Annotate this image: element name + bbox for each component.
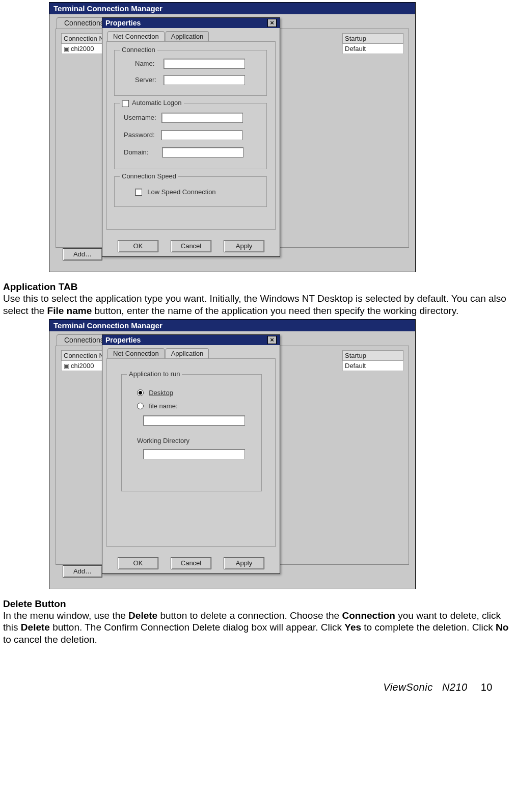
- password-label: Password:: [124, 131, 155, 139]
- working-directory-label: Working Directory: [137, 437, 189, 444]
- heading-delete-button: Delete Button: [3, 598, 512, 610]
- body-application-tab: Use this to select the application type …: [3, 293, 512, 317]
- name-input[interactable]: [164, 59, 245, 69]
- filename-input[interactable]: [143, 415, 245, 426]
- radio-desktop[interactable]: [137, 389, 144, 396]
- ok-button[interactable]: OK: [118, 240, 158, 252]
- group-application-to-run: Application to run Desktop file name: Wo…: [121, 374, 262, 491]
- low-speed-label: Low Speed Connection: [147, 188, 215, 196]
- username-input[interactable]: [161, 113, 243, 123]
- properties-buttons-2: OK Cancel Apply: [102, 557, 280, 569]
- footer-model: N210: [442, 682, 468, 693]
- properties-body: Connection Name: Server: Automatic Logon: [106, 41, 276, 230]
- cancel-button[interactable]: Cancel: [171, 240, 211, 252]
- close-icon-2[interactable]: ×: [267, 336, 277, 344]
- apply-button-2[interactable]: Apply: [224, 557, 264, 569]
- startup-row-default: Default: [342, 44, 403, 54]
- screenshot-application-tab: Terminal Connection Manager Connections …: [49, 319, 416, 589]
- automatic-logon-checkbox[interactable]: [122, 100, 129, 107]
- tcm-title-2: Terminal Connection Manager: [53, 321, 162, 330]
- radio-filename-label: file name:: [149, 402, 177, 410]
- properties-dialog-2: Properties × Net Connection Application …: [102, 334, 280, 574]
- properties-titlebar-2: Properties ×: [102, 335, 280, 345]
- tcm-title: Terminal Connection Manager: [53, 4, 162, 13]
- close-icon[interactable]: ×: [267, 19, 277, 27]
- group-connection-speed: Connection Speed Low Speed Connection: [114, 176, 267, 207]
- tcm-titlebar: Terminal Connection Manager: [49, 3, 415, 14]
- properties-body-2: Application to run Desktop file name: Wo…: [106, 358, 276, 547]
- group-connection-legend: Connection: [120, 46, 157, 54]
- password-input[interactable]: [161, 130, 242, 140]
- properties-tabs-2: Net Connection Application: [107, 348, 280, 358]
- domain-label: Domain:: [124, 148, 148, 156]
- ok-button-2[interactable]: OK: [118, 557, 158, 569]
- properties-dialog: Properties × Net Connection Application …: [102, 17, 280, 257]
- startup-row-default-2: Default: [342, 361, 403, 371]
- name-label: Name:: [135, 60, 154, 67]
- footer-page-number: 10: [478, 682, 496, 713]
- heading-application-tab: Application TAB: [3, 281, 512, 293]
- startup-header-2: Startup: [342, 350, 403, 361]
- group-logon-legend: Automatic Logon: [120, 99, 184, 107]
- startup-list: Startup Default: [342, 33, 403, 54]
- group-connection: Connection Name: Server:: [114, 50, 267, 96]
- low-speed-checkbox[interactable]: [135, 189, 142, 196]
- add-button-2[interactable]: Add…: [63, 565, 102, 578]
- properties-titlebar: Properties ×: [102, 18, 280, 28]
- cancel-button-2[interactable]: Cancel: [171, 557, 211, 569]
- properties-title-2: Properties: [105, 336, 141, 344]
- group-app-legend: Application to run: [127, 370, 182, 378]
- body-delete-button: In the menu window, use the Delete butto…: [3, 610, 512, 646]
- footer-brand: ViewSonic: [383, 682, 433, 693]
- group-speed-legend: Connection Speed: [120, 172, 178, 180]
- domain-input[interactable]: [162, 147, 243, 158]
- page-footer: ViewSonic N210 10: [3, 682, 512, 693]
- radio-filename[interactable]: [137, 403, 144, 409]
- startup-header: Startup: [342, 33, 403, 44]
- apply-button[interactable]: Apply: [224, 240, 264, 252]
- properties-buttons: OK Cancel Apply: [102, 240, 280, 252]
- group-automatic-logon: Automatic Logon Username: Password: Doma…: [114, 103, 267, 169]
- properties-title: Properties: [105, 19, 141, 27]
- screenshot-net-connection: Terminal Connection Manager Connections …: [49, 2, 416, 272]
- username-label: Username:: [124, 114, 156, 121]
- tcm-titlebar-2: Terminal Connection Manager: [49, 320, 415, 331]
- tab-net-connection[interactable]: Net Connection: [107, 31, 165, 41]
- tab-net-connection-2[interactable]: Net Connection: [107, 348, 165, 358]
- tab-application[interactable]: Application: [166, 31, 209, 41]
- working-directory-input[interactable]: [143, 449, 245, 459]
- properties-tabs: Net Connection Application: [107, 31, 280, 41]
- add-button[interactable]: Add…: [63, 248, 102, 260]
- server-label: Server:: [135, 76, 156, 84]
- radio-desktop-label: Desktop: [149, 389, 173, 397]
- tab-application-2[interactable]: Application: [166, 348, 209, 358]
- server-input[interactable]: [164, 75, 245, 85]
- startup-list-2: Startup Default: [342, 350, 403, 371]
